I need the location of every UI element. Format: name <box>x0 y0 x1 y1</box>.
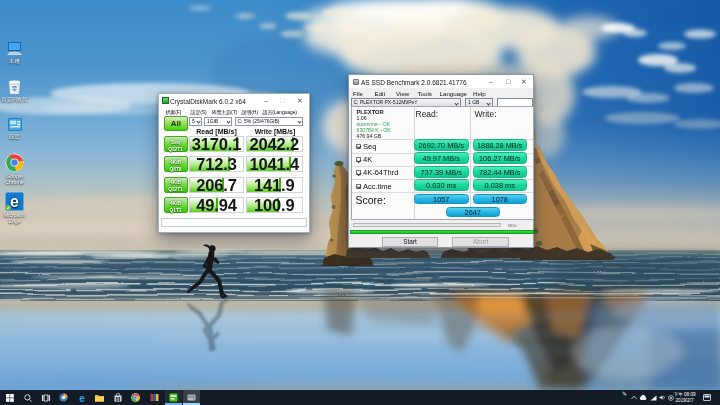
svg-text:e: e <box>79 393 85 403</box>
svg-text:e: e <box>10 193 19 210</box>
